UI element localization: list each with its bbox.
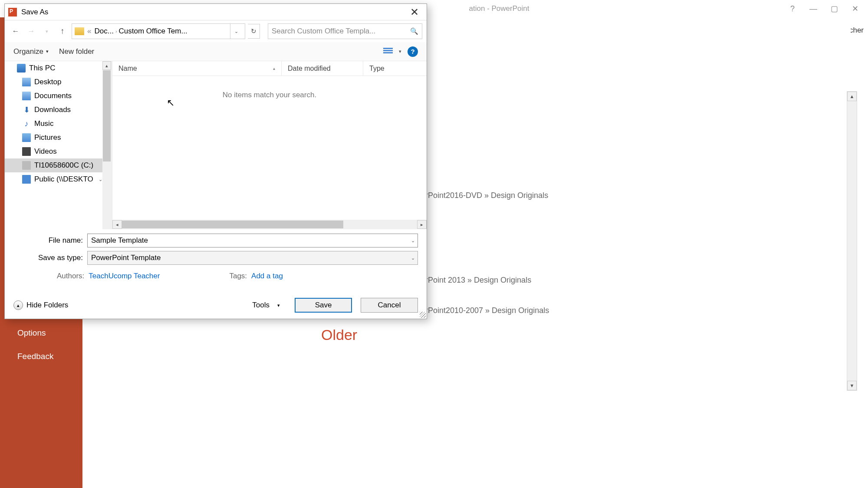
tags-label: Tags: <box>229 272 247 280</box>
close-icon[interactable]: ✕ <box>851 4 859 13</box>
tree-scrollbar[interactable]: ▴ <box>102 61 112 229</box>
tree-node-music[interactable]: ♪ Music <box>5 117 102 131</box>
authors-value[interactable]: TeachUcomp Teacher <box>89 272 160 280</box>
dialog-title: Save As <box>21 8 48 16</box>
pictures-icon <box>22 133 31 142</box>
disk-icon <box>22 161 31 170</box>
file-name-label: File name: <box>13 236 87 245</box>
nav-history-dropdown[interactable]: ▾ <box>40 25 53 38</box>
save-button[interactable]: Save <box>295 298 352 313</box>
tree-node-desktop[interactable]: Desktop <box>5 75 102 89</box>
save-as-dialog: Save As ✕ ← → ▾ ↑ « Doc... › Custom Offi… <box>4 3 427 319</box>
sidebar-item-options[interactable]: Options <box>0 321 82 345</box>
documents-icon <box>22 92 31 100</box>
scroll-up-icon[interactable]: ▴ <box>102 61 111 70</box>
folder-tree: ▴ This PC Desktop Documents ⬇ D <box>5 61 112 229</box>
content-scrollbar[interactable]: ▲ ▼ <box>847 91 857 391</box>
search-placeholder: Search Custom Office Templa... <box>272 27 375 36</box>
breadcrumb-2[interactable]: Custom Office Tem... <box>119 27 187 36</box>
chevron-down-icon: ▾ <box>46 49 49 54</box>
tree-node-public[interactable]: Public (\\DESKTO ⌄ <box>5 172 102 186</box>
file-list: Name ▴ Date modified Type No items match… <box>112 61 427 229</box>
nav-forward-button[interactable]: → <box>25 25 38 38</box>
tree-node-this-pc[interactable]: This PC <box>5 61 102 75</box>
scroll-right-icon[interactable]: ▸ <box>417 220 427 229</box>
refresh-button[interactable]: ↻ <box>248 24 260 39</box>
chevron-down-icon[interactable]: ⌄ <box>411 238 415 244</box>
restore-icon[interactable]: ▢ <box>830 4 838 13</box>
column-date[interactable]: Date modified <box>282 61 363 76</box>
tags-value[interactable]: Add a tag <box>251 272 283 280</box>
scroll-up-icon[interactable]: ▲ <box>847 92 857 101</box>
authors-label: Authors: <box>57 272 84 280</box>
desktop-icon <box>22 78 31 86</box>
search-icon[interactable]: 🔍 <box>410 27 418 35</box>
older-heading: Older <box>321 326 357 343</box>
recent-path-1: rPoint2016-DVD » Design Originals <box>425 191 548 200</box>
chevron-down-icon[interactable]: ▾ <box>399 49 401 54</box>
scroll-down-icon[interactable]: ▼ <box>847 381 857 390</box>
view-mode-button[interactable] <box>383 48 393 56</box>
address-bar[interactable]: « Doc... › Custom Office Tem... ⌄ <box>72 23 245 39</box>
nav-bar: ← → ▾ ↑ « Doc... › Custom Office Tem... … <box>5 20 427 42</box>
minimize-icon[interactable]: — <box>809 4 818 13</box>
tree-node-videos[interactable]: Videos <box>5 145 102 158</box>
downloads-icon: ⬇ <box>22 106 31 114</box>
collapse-icon: ▴ <box>13 300 23 310</box>
dialog-bottom: File name: Sample Template ⌄ Save as typ… <box>5 229 427 286</box>
save-type-combo[interactable]: PowerPoint Template ⌄ <box>87 251 418 265</box>
organize-button[interactable]: Organize ▾ <box>13 47 49 56</box>
tools-dropdown[interactable]: Tools ▾ <box>252 301 286 310</box>
new-folder-button[interactable]: New folder <box>59 47 94 56</box>
scroll-left-icon[interactable]: ◂ <box>112 220 122 229</box>
tree-node-downloads[interactable]: ⬇ Downloads <box>5 103 102 117</box>
column-name[interactable]: Name ▴ <box>112 61 282 76</box>
nav-up-button[interactable]: ↑ <box>56 25 69 38</box>
help-icon[interactable]: ? <box>788 4 797 13</box>
horizontal-scrollbar[interactable]: ◂ ▸ <box>112 220 427 229</box>
recent-path-3: rPoint2010-2007 » Design Originals <box>425 306 549 315</box>
empty-message: No items match your search. <box>112 76 427 99</box>
recent-path-2: rPoint 2013 » Design Originals <box>425 276 531 285</box>
column-headers: Name ▴ Date modified Type <box>112 61 427 76</box>
powerpoint-icon <box>8 8 17 16</box>
dialog-titlebar: Save As ✕ <box>5 4 427 20</box>
resize-grip[interactable] <box>420 312 426 318</box>
dialog-button-row: ▴ Hide Folders Tools ▾ Save Cancel <box>5 286 427 319</box>
scroll-thumb[interactable] <box>103 70 111 162</box>
nav-back-button[interactable]: ← <box>9 25 22 38</box>
folder-icon <box>75 27 84 35</box>
music-icon: ♪ <box>22 119 31 128</box>
chevron-down-icon[interactable]: ⌄ <box>99 177 102 182</box>
hide-folders-button[interactable]: ▴ Hide Folders <box>13 300 68 310</box>
tree-node-pictures[interactable]: Pictures <box>5 131 102 145</box>
help-icon[interactable]: ? <box>408 46 418 57</box>
tree-node-cdrive[interactable]: TI10658600C (C:) <box>5 158 102 172</box>
breadcrumb-1[interactable]: Doc... <box>94 27 113 36</box>
sidebar-item-feedback[interactable]: Feedback <box>0 345 82 368</box>
search-input[interactable]: Search Custom Office Templa... 🔍 <box>268 23 422 39</box>
address-dropdown-icon[interactable]: ⌄ <box>230 24 242 39</box>
chevron-down-icon: ▾ <box>277 303 280 308</box>
sort-indicator-icon: ▴ <box>273 66 275 71</box>
save-type-label: Save as type: <box>13 254 87 262</box>
scroll-thumb[interactable] <box>122 221 343 228</box>
cancel-button[interactable]: Cancel <box>361 298 418 313</box>
column-type[interactable]: Type <box>363 61 427 76</box>
dialog-toolbar: Organize ▾ New folder ▾ ? <box>5 42 427 61</box>
chevron-down-icon[interactable]: ⌄ <box>411 255 415 261</box>
pc-icon <box>17 64 26 73</box>
tree-node-documents[interactable]: Documents <box>5 89 102 103</box>
dialog-close-button[interactable]: ✕ <box>406 6 423 18</box>
file-name-input[interactable]: Sample Template ⌄ <box>87 234 418 247</box>
network-icon <box>22 175 31 184</box>
videos-icon <box>22 147 31 156</box>
